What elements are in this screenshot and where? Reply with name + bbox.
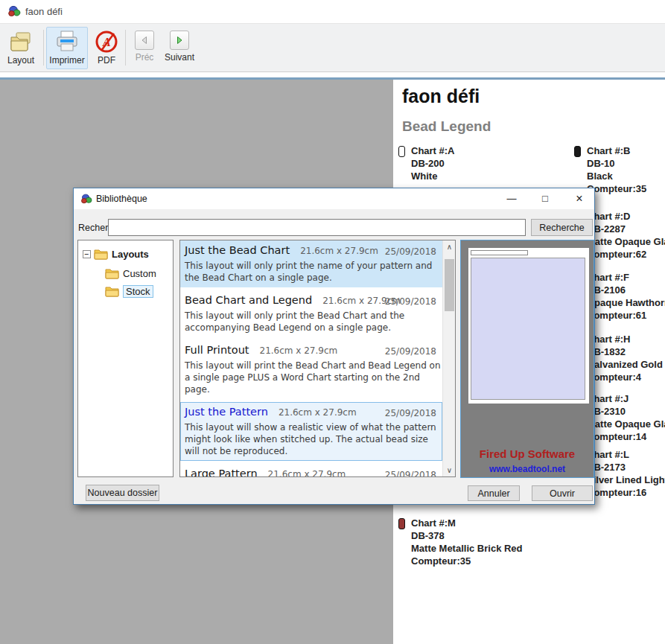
entry-chart: Chart #:L [587,448,665,461]
layout-item-title: Bead Chart and Legend [185,294,312,306]
layout-item[interactable]: Just the Bead Chart 21.6cm x 27.9cm 25/0… [180,240,442,287]
next-arrow-icon [170,31,189,50]
svg-text:A: A [102,36,111,48]
collapse-icon[interactable]: − [83,250,91,258]
legend-entry: Chart #:A DB-200 White [411,144,455,182]
entry-name: Silver Lined Light Violet [587,474,665,486]
previous-button[interactable]: Préc [130,27,159,69]
toolbar: Layout Imprimer A PDF Préc [0,23,665,72]
tree-item-layouts[interactable]: − Layouts [83,246,149,261]
entry-count: Compteur:16 [587,486,665,499]
new-folder-button[interactable]: Nouveau dossier [86,485,159,501]
entry-count: Compteur:62 [587,248,665,261]
layout-button-label: Layout [2,55,39,66]
layout-item-size: 21.6cm x 27.9cm [279,407,357,418]
tree-item-label: Stock [123,285,153,298]
search-input[interactable] [108,219,526,236]
entry-name: White [411,170,455,182]
window-title: faon défi [25,6,63,17]
maximize-icon[interactable]: □ [532,188,559,209]
tree-item-stock[interactable]: Stock [105,284,153,299]
legend-entry: Chart #:B DB-10 Black Compteur:35 [587,144,646,195]
app-logo-icon [7,4,21,18]
layout-item-description: This layout will only print the Bead Cha… [185,310,442,334]
next-button-label: Suivant [163,52,196,63]
layout-item-date: 25/09/2018 [385,345,436,359]
layout-item-description: This layout will show a realistic view o… [185,421,442,457]
bead-icon [398,146,405,157]
open-button[interactable]: Ouvrir [532,485,593,501]
entry-name: Matte Metallic Brick Red [411,542,523,555]
layout-item[interactable]: Full Printout 21.6cm x 27.9cm 25/09/2018… [180,340,442,399]
layout-item-title: Large Pattern [185,468,258,477]
entry-name: Matte Opaque Glazed [587,235,665,248]
document-subtitle: Bead Legend [402,118,491,135]
folder-icon [105,268,119,279]
preview-body-placeholder [471,258,585,400]
scroll-up-icon[interactable]: ∧ [443,240,456,253]
minimize-icon[interactable]: — [498,188,525,209]
pdf-button[interactable]: A PDF [91,27,122,69]
layout-item-description: This layout will print the Bead Chart an… [185,360,442,395]
bead-icon [398,518,405,529]
entry-chart: Chart #:H [587,333,665,345]
library-dialog: Bibliothèque — □ × Recherche Recherche −… [73,188,595,505]
toolbar-separator [125,30,126,66]
layout-preview: Fired Up Software www.beadtool.net [460,240,594,478]
scrollbar-thumb[interactable] [445,259,454,311]
pdf-button-label: PDF [92,55,121,66]
search-button[interactable]: Recherche [531,219,593,236]
scroll-down-icon[interactable]: ∨ [443,464,456,476]
entry-chart: Chart #:M [411,517,523,529]
layout-list: Just the Bead Chart 21.6cm x 27.9cm 25/0… [179,240,456,477]
tree-item-custom[interactable]: Custom [105,266,156,281]
pdf-icon: A [94,29,119,54]
layout-button[interactable]: Layout [1,27,40,69]
entry-name: Matte Opaque Glazed [587,418,665,430]
app-window: faon défi Layout Imprimer [0,0,665,644]
layout-item-date: 25/09/2018 [385,468,436,477]
preview-page [468,248,589,404]
close-icon[interactable]: × [566,188,593,209]
layout-item-size: 21.6cm x 27.9cm [268,469,346,477]
next-button[interactable]: Suivant [162,27,197,69]
layout-item[interactable]: Just the Pattern 21.6cm x 27.9cm 25/09/2… [180,402,442,461]
print-button[interactable]: Imprimer [46,27,88,69]
dialog-title: Bibliothèque [96,194,147,204]
window-titlebar: faon défi [0,0,665,23]
layout-item[interactable]: Large Pattern 21.6cm x 27.9cm 25/09/2018… [180,464,442,477]
legend-entry: Chart #:M DB-378 Matte Metallic Brick Re… [411,517,523,567]
entry-count: Compteur:35 [411,555,523,567]
legend-entry: Chart #:D DB-2287 Matte Opaque Glazed Co… [587,210,665,261]
layout-item-date: 25/09/2018 [385,407,436,421]
entry-code: DB-2287 [587,223,665,235]
preview-title-placeholder [471,250,528,255]
legend-entry: Chart #:J DB-2310 Matte Opaque Glazed Co… [587,392,665,443]
search-label: Recherche [78,223,109,233]
toolbar-gap [0,72,665,77]
entry-name: Opaque Hawthorne [587,296,665,309]
previous-arrow-icon [135,31,154,50]
legend-entry: Chart #:L DB-2173 Silver Lined Light Vio… [587,448,665,499]
entry-chart: Chart #:D [587,210,665,223]
entry-code: DB-200 [411,157,455,170]
dialog-logo-icon [80,193,92,205]
dialog-titlebar[interactable]: Bibliothèque — □ × [74,188,594,209]
entry-code: DB-2173 [587,461,665,474]
layout-item-description: This layout will only print the name of … [185,260,442,284]
layout-item-title: Just the Pattern [185,406,268,418]
entry-code: DB-378 [411,529,523,542]
folder-icon [8,29,34,54]
entry-code: DB-10 [587,157,646,170]
bead-icon [574,146,581,157]
layout-item-title: Full Printout [185,344,249,356]
layout-item-date: 25/09/2018 [385,245,436,259]
folder-icon [105,286,119,297]
tree-item-label: Layouts [112,249,149,260]
layout-item[interactable]: Bead Chart and Legend 21.6cm x 27.9cm 25… [180,290,442,337]
entry-count: Compteur:14 [587,430,665,443]
cancel-button[interactable]: Annuler [468,485,520,501]
scrollbar[interactable]: ∧ ∨ [442,240,455,476]
entry-code: DB-2310 [587,405,665,418]
entry-chart: Chart #:F [587,271,665,284]
